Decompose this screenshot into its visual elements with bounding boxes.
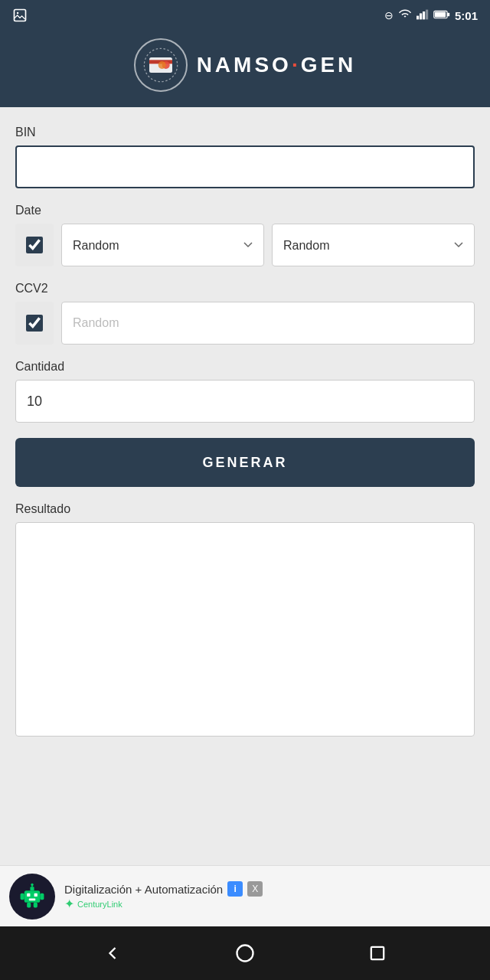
recent-icon [367, 942, 388, 964]
home-button[interactable] [226, 934, 264, 972]
bin-field-group: BIN [15, 126, 475, 188]
gallery-icon [12, 8, 28, 25]
ccv2-checkbox[interactable] [26, 315, 43, 332]
cantidad-input[interactable] [15, 380, 475, 423]
minus-icon: ⊖ [384, 9, 394, 21]
svg-rect-24 [34, 902, 38, 907]
ad-close-button[interactable]: X [247, 881, 263, 897]
svg-rect-3 [420, 13, 422, 19]
home-icon [234, 942, 256, 964]
svg-rect-0 [15, 10, 26, 21]
ccv2-row [15, 302, 475, 345]
centurylink-dot: ✦ [64, 897, 74, 911]
time-display: 5:01 [455, 9, 478, 22]
date-month-select[interactable]: Random 01020304 05060708 09101112 [61, 224, 264, 266]
ad-info-button[interactable]: i [227, 881, 243, 897]
svg-rect-14 [24, 890, 41, 902]
svg-rect-22 [40, 893, 44, 900]
battery-icon [433, 9, 450, 22]
bin-input[interactable] [15, 145, 475, 188]
svg-rect-21 [21, 893, 24, 900]
cantidad-label: Cantidad [15, 360, 475, 374]
logo-title: NAMSO·GEN [197, 53, 357, 77]
ad-icon [9, 874, 55, 920]
ad-content: Digitalización + Automatización i X ✦ Ce… [64, 881, 263, 911]
status-icons: ⊖ 5:01 [384, 9, 478, 22]
svg-rect-23 [27, 902, 31, 907]
wifi-icon [398, 9, 412, 22]
svg-point-20 [31, 883, 33, 885]
svg-rect-18 [30, 887, 34, 890]
app-logo: NAMSO·GEN [134, 38, 357, 92]
svg-rect-4 [423, 11, 425, 19]
back-button[interactable] [93, 934, 132, 972]
date-checkbox-container [15, 224, 54, 266]
centurylink-brand: ✦ CenturyLink [64, 897, 263, 911]
resultado-field-group: Resultado [15, 502, 475, 740]
date-field-group: Date Random 01020304 05060708 09101112 R… [15, 204, 475, 266]
svg-point-13 [158, 61, 165, 69]
svg-rect-16 [34, 893, 38, 896]
svg-point-1 [17, 12, 18, 14]
cantidad-field-group: Cantidad [15, 360, 475, 423]
svg-rect-15 [27, 893, 30, 896]
svg-rect-5 [426, 9, 428, 19]
ad-controls: i X [227, 881, 263, 897]
ad-top-row: Digitalización + Automatización i X [64, 881, 263, 897]
bin-label: BIN [15, 126, 475, 139]
svg-rect-7 [447, 12, 449, 16]
app-header: NAMSO·GEN [0, 31, 490, 107]
main-content: BIN Date Random 01020304 05060708 091011… [0, 107, 490, 865]
advertisement-bar: Digitalización + Automatización i X ✦ Ce… [0, 865, 490, 926]
navigation-bar [0, 926, 490, 980]
svg-rect-2 [416, 15, 419, 19]
recent-apps-button[interactable] [358, 934, 397, 972]
logo-circle [134, 38, 188, 92]
svg-rect-26 [371, 947, 384, 959]
ccv2-input[interactable] [61, 302, 475, 345]
date-row: Random 01020304 05060708 09101112 Random… [15, 224, 475, 266]
ccv2-field-group: CCV2 [15, 282, 475, 345]
resultado-label: Resultado [15, 502, 475, 516]
resultado-textarea[interactable] [15, 522, 475, 737]
date-label: Date [15, 204, 475, 217]
generate-button[interactable]: GENERAR [15, 438, 475, 487]
status-bar: ⊖ 5:01 [0, 0, 490, 31]
date-checkbox[interactable] [26, 237, 43, 253]
ad-text: Digitalización + Automatización [64, 883, 223, 896]
back-icon [102, 942, 123, 964]
signal-icon [416, 9, 429, 22]
svg-point-25 [237, 946, 253, 962]
svg-rect-8 [435, 11, 446, 17]
date-year-select[interactable]: Random 202420252026 2027202820292030 [272, 224, 475, 266]
ccv2-label: CCV2 [15, 282, 475, 296]
ccv2-checkbox-container [15, 302, 54, 345]
svg-rect-17 [29, 898, 36, 900]
